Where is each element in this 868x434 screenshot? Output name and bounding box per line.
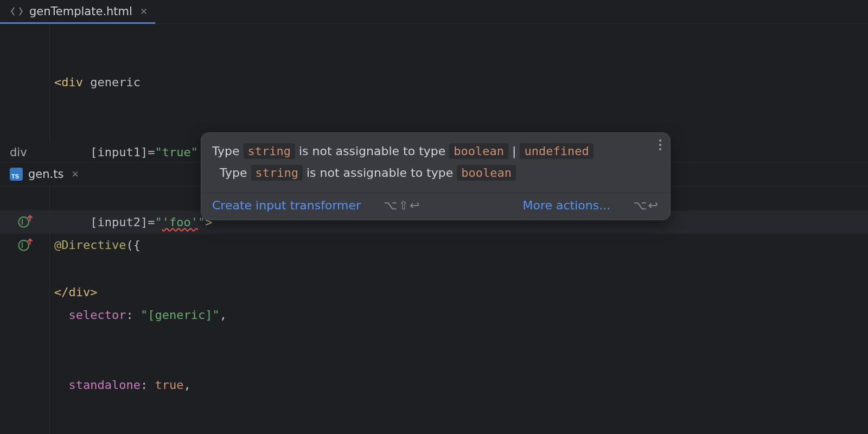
html-file-icon (10, 4, 24, 18)
diagnostic-tooltip: Type string is not assignable to type bo… (201, 132, 671, 220)
editor-top[interactable]: <div generic [input1]="true" [input2]="'… (0, 24, 868, 142)
shortcut-label: ⌥⇧↩ (384, 199, 420, 212)
code-line: selector: "[generic]", (54, 303, 868, 327)
diagnostic-line: Type string is not assignable to type bo… (212, 141, 640, 162)
close-icon[interactable]: ✕ (140, 6, 148, 17)
diagnostic-line: Type string is not assignable to type bo… (212, 162, 640, 184)
code-line: <div generic (54, 71, 868, 94)
tab-gentemplate[interactable]: genTemplate.html ✕ (0, 1, 155, 24)
tab-bar-top: genTemplate.html ✕ (0, 0, 868, 24)
quickfix-create-input-transformer[interactable]: Create input transformer (212, 199, 361, 212)
kebab-icon[interactable] (659, 139, 661, 150)
code-line: @Directive({ (54, 233, 868, 257)
editor-bottom[interactable]: I I @Directive({ selector: "[generic]", … (0, 187, 868, 434)
more-actions-link[interactable]: More actions... (523, 199, 611, 212)
shortcut-label: ⌥↩ (633, 199, 659, 212)
tab-label: genTemplate.html (29, 5, 132, 18)
code-line: standalone: true, (54, 373, 868, 397)
